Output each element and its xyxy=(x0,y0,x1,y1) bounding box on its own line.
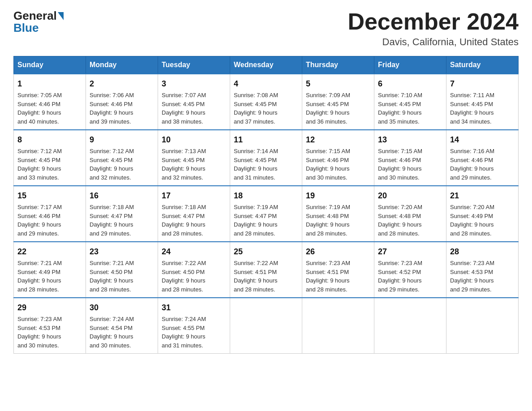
calendar-cell: 23Sunrise: 7:21 AMSunset: 4:50 PMDayligh… xyxy=(86,242,158,298)
calendar-cell: 24Sunrise: 7:22 AMSunset: 4:50 PMDayligh… xyxy=(158,242,230,298)
day-number: 21 xyxy=(450,190,515,202)
calendar-cell: 20Sunrise: 7:20 AMSunset: 4:48 PMDayligh… xyxy=(374,186,446,242)
logo: General Blue xyxy=(13,9,64,35)
weekday-header-thursday: Thursday xyxy=(302,56,374,74)
day-info: Sunrise: 7:23 AMSunset: 4:51 PMDaylight:… xyxy=(306,259,370,294)
month-title: December 2024 xyxy=(348,9,519,34)
day-info: Sunrise: 7:18 AMSunset: 4:47 PMDaylight:… xyxy=(90,203,154,238)
calendar-cell: 7Sunrise: 7:11 AMSunset: 4:45 PMDaylight… xyxy=(446,74,519,130)
day-number: 22 xyxy=(17,246,82,258)
calendar-cell: 28Sunrise: 7:23 AMSunset: 4:53 PMDayligh… xyxy=(446,242,519,298)
weekday-header-saturday: Saturday xyxy=(446,56,519,74)
calendar-cell: 25Sunrise: 7:22 AMSunset: 4:51 PMDayligh… xyxy=(230,242,302,298)
day-info: Sunrise: 7:19 AMSunset: 4:48 PMDaylight:… xyxy=(306,203,370,238)
day-number: 11 xyxy=(234,134,298,146)
day-number: 30 xyxy=(90,302,154,314)
logo-triangle-icon xyxy=(58,12,64,20)
calendar-week-row: 29Sunrise: 7:23 AMSunset: 4:53 PMDayligh… xyxy=(14,298,519,354)
calendar-cell: 26Sunrise: 7:23 AMSunset: 4:51 PMDayligh… xyxy=(302,242,374,298)
calendar-cell: 27Sunrise: 7:23 AMSunset: 4:52 PMDayligh… xyxy=(374,242,446,298)
day-info: Sunrise: 7:13 AMSunset: 4:45 PMDaylight:… xyxy=(162,147,226,182)
day-info: Sunrise: 7:14 AMSunset: 4:45 PMDaylight:… xyxy=(234,147,298,182)
calendar-table: SundayMondayTuesdayWednesdayThursdayFrid… xyxy=(13,56,519,354)
calendar-week-row: 8Sunrise: 7:12 AMSunset: 4:45 PMDaylight… xyxy=(14,130,519,186)
day-info: Sunrise: 7:12 AMSunset: 4:45 PMDaylight:… xyxy=(17,147,82,182)
calendar-cell: 14Sunrise: 7:16 AMSunset: 4:46 PMDayligh… xyxy=(446,130,519,186)
weekday-header-row: SundayMondayTuesdayWednesdayThursdayFrid… xyxy=(14,56,519,74)
day-info: Sunrise: 7:20 AMSunset: 4:48 PMDaylight:… xyxy=(378,203,442,238)
day-number: 18 xyxy=(234,190,298,202)
calendar-cell: 29Sunrise: 7:23 AMSunset: 4:53 PMDayligh… xyxy=(14,298,86,354)
day-info: Sunrise: 7:07 AMSunset: 4:45 PMDaylight:… xyxy=(162,91,226,126)
day-info: Sunrise: 7:10 AMSunset: 4:45 PMDaylight:… xyxy=(378,91,442,126)
calendar-cell xyxy=(302,298,374,354)
calendar-week-row: 1Sunrise: 7:05 AMSunset: 4:46 PMDaylight… xyxy=(14,74,519,130)
calendar-cell: 2Sunrise: 7:06 AMSunset: 4:46 PMDaylight… xyxy=(86,74,158,130)
day-info: Sunrise: 7:12 AMSunset: 4:45 PMDaylight:… xyxy=(90,147,154,182)
day-info: Sunrise: 7:15 AMSunset: 4:46 PMDaylight:… xyxy=(378,147,442,182)
day-info: Sunrise: 7:24 AMSunset: 4:54 PMDaylight:… xyxy=(90,315,154,350)
calendar-cell xyxy=(446,298,519,354)
day-number: 8 xyxy=(17,134,82,146)
day-info: Sunrise: 7:22 AMSunset: 4:50 PMDaylight:… xyxy=(162,259,226,294)
day-number: 17 xyxy=(162,190,226,202)
calendar-cell: 13Sunrise: 7:15 AMSunset: 4:46 PMDayligh… xyxy=(374,130,446,186)
day-number: 23 xyxy=(90,246,154,258)
day-number: 24 xyxy=(162,246,226,258)
day-number: 31 xyxy=(162,302,226,314)
day-number: 20 xyxy=(378,190,442,202)
calendar-cell xyxy=(374,298,446,354)
day-number: 4 xyxy=(234,78,298,90)
calendar-cell: 21Sunrise: 7:20 AMSunset: 4:49 PMDayligh… xyxy=(446,186,519,242)
day-info: Sunrise: 7:17 AMSunset: 4:46 PMDaylight:… xyxy=(17,203,82,238)
day-info: Sunrise: 7:23 AMSunset: 4:53 PMDaylight:… xyxy=(17,315,82,350)
day-info: Sunrise: 7:24 AMSunset: 4:55 PMDaylight:… xyxy=(162,315,226,350)
day-info: Sunrise: 7:19 AMSunset: 4:47 PMDaylight:… xyxy=(234,203,298,238)
calendar-cell: 8Sunrise: 7:12 AMSunset: 4:45 PMDaylight… xyxy=(14,130,86,186)
day-number: 5 xyxy=(306,78,370,90)
calendar-cell: 18Sunrise: 7:19 AMSunset: 4:47 PMDayligh… xyxy=(230,186,302,242)
day-number: 1 xyxy=(17,78,82,90)
weekday-header-sunday: Sunday xyxy=(14,56,86,74)
day-info: Sunrise: 7:21 AMSunset: 4:50 PMDaylight:… xyxy=(90,259,154,294)
calendar-cell xyxy=(230,298,302,354)
day-number: 2 xyxy=(90,78,154,90)
day-number: 26 xyxy=(306,246,370,258)
page-header: General Blue December 2024 Davis, Califo… xyxy=(13,9,519,48)
day-number: 6 xyxy=(378,78,442,90)
logo-blue-text: Blue xyxy=(13,21,39,35)
day-number: 25 xyxy=(234,246,298,258)
calendar-week-row: 22Sunrise: 7:21 AMSunset: 4:49 PMDayligh… xyxy=(14,242,519,298)
weekday-header-tuesday: Tuesday xyxy=(158,56,230,74)
day-info: Sunrise: 7:20 AMSunset: 4:49 PMDaylight:… xyxy=(450,203,515,238)
day-info: Sunrise: 7:23 AMSunset: 4:52 PMDaylight:… xyxy=(378,259,442,294)
day-number: 7 xyxy=(450,78,515,90)
day-number: 10 xyxy=(162,134,226,146)
day-info: Sunrise: 7:18 AMSunset: 4:47 PMDaylight:… xyxy=(162,203,226,238)
calendar-cell: 19Sunrise: 7:19 AMSunset: 4:48 PMDayligh… xyxy=(302,186,374,242)
day-info: Sunrise: 7:15 AMSunset: 4:46 PMDaylight:… xyxy=(306,147,370,182)
day-number: 29 xyxy=(17,302,82,314)
day-info: Sunrise: 7:08 AMSunset: 4:45 PMDaylight:… xyxy=(234,91,298,126)
day-number: 12 xyxy=(306,134,370,146)
day-number: 9 xyxy=(90,134,154,146)
location-title: Davis, California, United States xyxy=(348,36,519,48)
day-info: Sunrise: 7:16 AMSunset: 4:46 PMDaylight:… xyxy=(450,147,515,182)
weekday-header-wednesday: Wednesday xyxy=(230,56,302,74)
calendar-cell: 15Sunrise: 7:17 AMSunset: 4:46 PMDayligh… xyxy=(14,186,86,242)
calendar-cell: 12Sunrise: 7:15 AMSunset: 4:46 PMDayligh… xyxy=(302,130,374,186)
day-number: 16 xyxy=(90,190,154,202)
title-area: December 2024 Davis, California, United … xyxy=(348,9,519,48)
day-info: Sunrise: 7:22 AMSunset: 4:51 PMDaylight:… xyxy=(234,259,298,294)
day-info: Sunrise: 7:09 AMSunset: 4:45 PMDaylight:… xyxy=(306,91,370,126)
day-number: 19 xyxy=(306,190,370,202)
day-number: 13 xyxy=(378,134,442,146)
calendar-cell: 4Sunrise: 7:08 AMSunset: 4:45 PMDaylight… xyxy=(230,74,302,130)
calendar-cell: 22Sunrise: 7:21 AMSunset: 4:49 PMDayligh… xyxy=(14,242,86,298)
day-number: 14 xyxy=(450,134,515,146)
day-info: Sunrise: 7:06 AMSunset: 4:46 PMDaylight:… xyxy=(90,91,154,126)
weekday-header-monday: Monday xyxy=(86,56,158,74)
calendar-cell: 5Sunrise: 7:09 AMSunset: 4:45 PMDaylight… xyxy=(302,74,374,130)
calendar-cell: 9Sunrise: 7:12 AMSunset: 4:45 PMDaylight… xyxy=(86,130,158,186)
day-info: Sunrise: 7:21 AMSunset: 4:49 PMDaylight:… xyxy=(17,259,82,294)
